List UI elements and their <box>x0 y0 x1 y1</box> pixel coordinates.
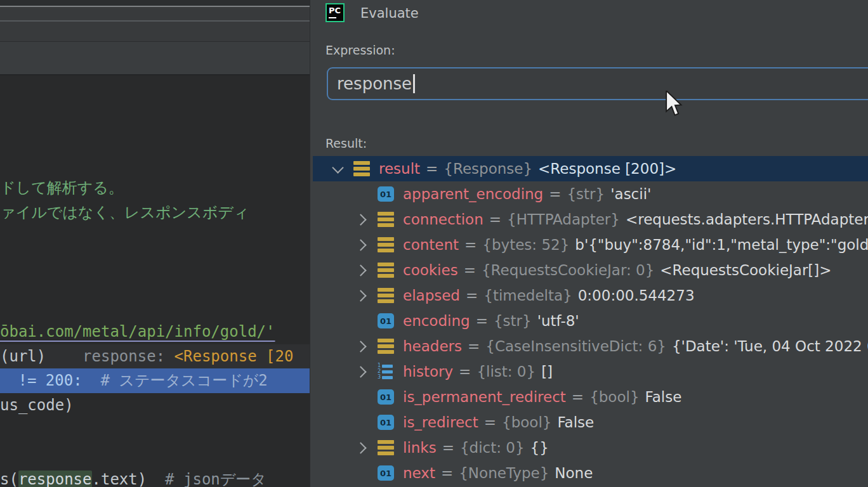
var-value: [] <box>541 363 553 380</box>
var-type: {dict: 0} <box>460 439 525 456</box>
primitive-value-icon: 01 <box>378 313 394 328</box>
var-value: 'utf-8' <box>537 313 579 329</box>
var-name: result <box>379 160 420 177</box>
var-type: {str} <box>567 186 605 202</box>
tree-row-content[interactable]: content={bytes: 52}b'{"buy":8784,"id":1,… <box>313 232 868 257</box>
code-line-status-code-line: us_code) <box>0 393 310 418</box>
tree-row-is_redirect[interactable]: 01is_redirect={bool}False <box>313 410 868 435</box>
var-type: {RequestsCookieJar: 0} <box>482 262 654 278</box>
var-name: is_redirect <box>403 414 478 431</box>
chevron-spacer <box>353 465 370 481</box>
chevron-right-icon[interactable] <box>353 262 370 278</box>
object-icon <box>378 339 394 354</box>
chevron-right-icon[interactable] <box>353 363 370 380</box>
pycharm-logo-icon: PC <box>326 3 345 22</box>
tree-row-cookies[interactable]: cookies={RequestsCookieJar: 0}<RequestsC… <box>313 257 868 283</box>
var-name: history <box>403 363 453 380</box>
equals-sign: = <box>466 287 478 304</box>
code-segment: != 200: <box>9 372 82 389</box>
tree-row-next[interactable]: 01next={NoneType}None <box>313 460 868 486</box>
expression-value: response <box>337 74 412 93</box>
equals-sign: = <box>464 237 477 253</box>
code-segment: s( <box>0 471 18 487</box>
tree-row-apparent_encoding[interactable]: 01apparent_encoding={str}'ascii' <box>313 181 868 207</box>
var-value: 0:00:00.544273 <box>578 287 695 304</box>
chevron-right-icon[interactable] <box>353 439 370 456</box>
var-value: None <box>555 465 593 481</box>
code-segment: # ステータスコードが2 <box>82 372 268 389</box>
var-name: content <box>403 237 459 253</box>
tree-row-encoding[interactable]: 01encoding={str}'utf-8' <box>313 308 868 334</box>
var-type: {bool} <box>589 389 639 405</box>
pycharm-logo-underscore <box>329 17 336 18</box>
tree-row-is_permanent_redirect[interactable]: 01is_permanent_redirect={bool}False <box>313 384 868 410</box>
list-icon: 123 <box>378 364 394 379</box>
tree-row-result[interactable]: result={Response}<Response [200]> <box>313 156 868 181</box>
ide-breadcrumbs-dimmed <box>0 42 310 74</box>
var-type: {timedelta} <box>483 287 572 304</box>
result-tree: result={Response}<Response [200]>01appar… <box>313 156 868 486</box>
expression-input[interactable]: response <box>327 67 868 100</box>
var-value: False <box>645 389 682 405</box>
equals-sign: = <box>442 439 454 456</box>
equals-sign: = <box>426 160 438 177</box>
object-icon <box>353 161 370 176</box>
chevron-down-icon[interactable] <box>329 160 346 177</box>
tree-row-elapsed[interactable]: elapsed={timedelta}0:00:00.544273 <box>313 283 868 308</box>
equals-sign: = <box>572 389 584 405</box>
var-type: {list: 0} <box>477 363 536 380</box>
primitive-value-icon: 01 <box>378 389 394 405</box>
tree-row-links[interactable]: links={dict: 0}{} <box>313 435 868 460</box>
var-name: connection <box>403 211 483 228</box>
var-name: headers <box>403 338 462 354</box>
chevron-right-icon[interactable] <box>353 237 370 253</box>
code-segment: response <box>18 471 92 487</box>
primitive-value-icon: 01 <box>378 415 394 430</box>
text-caret <box>413 74 415 93</box>
var-type: {str} <box>494 313 532 329</box>
tree-row-headers[interactable]: headers={CaseInsensitiveDict: 6}{'Date':… <box>313 334 868 359</box>
mouse-cursor <box>665 91 684 117</box>
var-value: <requests.adapters.HTTPAdapter object <box>626 211 868 228</box>
code-segment: (url) <box>0 347 46 365</box>
chevron-right-icon[interactable] <box>353 287 370 304</box>
dialog-title: Evaluate <box>360 4 419 22</box>
code-editor: ドして解析する。ァイルではなく、レスポンスボディōbai.com/metal/a… <box>0 75 310 487</box>
var-value: {'Date': 'Tue, 04 Oct 2022 06:09:10 GM <box>672 338 868 354</box>
equals-sign: = <box>476 313 488 329</box>
var-name: elapsed <box>403 287 460 304</box>
var-value: {} <box>530 439 549 456</box>
chevron-right-icon[interactable] <box>353 338 370 354</box>
ide-tabbar-dimmed <box>0 22 310 41</box>
var-type: {bool} <box>502 414 551 431</box>
var-value: False <box>557 414 594 431</box>
chevron-right-icon[interactable] <box>353 211 370 228</box>
tree-row-history[interactable]: 123history={list: 0}[] <box>313 359 868 384</box>
var-name: apparent_encoding <box>403 186 543 202</box>
var-name: cookies <box>403 262 458 278</box>
chevron-spacer <box>353 389 370 405</box>
chevron-spacer <box>353 186 370 202</box>
object-icon <box>378 237 394 252</box>
ide-titlebar-dimmed <box>0 0 310 6</box>
pycharm-logo-text: PC <box>329 6 341 15</box>
var-value: <RequestsCookieJar[]> <box>660 262 831 278</box>
var-value: <Response [200]> <box>538 160 676 177</box>
var-value: 'ascii' <box>610 186 651 202</box>
expression-label: Expression: <box>326 43 395 57</box>
equals-sign: = <box>549 186 561 202</box>
object-icon <box>378 212 394 227</box>
code-segment: ァイルではなく、レスポンスボディ <box>0 204 249 221</box>
tree-row-connection[interactable]: connection={HTTPAdapter}<requests.adapte… <box>313 207 868 232</box>
primitive-value-icon: 01 <box>378 186 394 202</box>
var-name: is_permanent_redirect <box>403 389 566 405</box>
var-name: next <box>403 465 435 481</box>
code-segment: ōbai.com/metal/api/info/gold/' <box>0 323 275 341</box>
screen: { "colors": { "dialog-bg": "#3C3F41", "a… <box>0 0 868 487</box>
equals-sign: = <box>468 338 480 354</box>
var-type: {Response} <box>444 160 532 177</box>
object-icon <box>378 440 394 455</box>
var-type: {CaseInsensitiveDict: 6} <box>485 338 666 354</box>
equals-sign: = <box>464 262 476 278</box>
result-label: Result: <box>326 136 367 150</box>
